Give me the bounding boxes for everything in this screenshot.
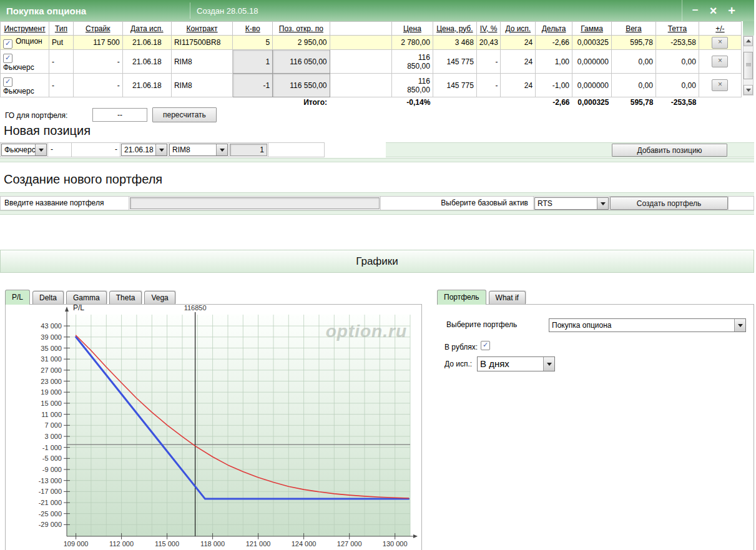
chevron-down-icon — [547, 363, 552, 366]
tab-delta[interactable]: Delta — [32, 291, 64, 304]
cell-days: 24 — [501, 74, 536, 97]
tab-gamma[interactable]: Gamma — [66, 291, 107, 304]
col-strike[interactable]: Страйк — [73, 22, 122, 36]
dropdown-button[interactable] — [216, 144, 227, 155]
totals-gamma: 0,000325 — [572, 97, 612, 107]
margin-value-field[interactable]: -- — [92, 108, 147, 122]
chevron-down-icon — [220, 149, 225, 152]
y-tick-label: 43 000 — [41, 322, 62, 330]
col-days[interactable]: До исп. — [501, 22, 536, 36]
col-theta[interactable]: Тетта — [655, 22, 699, 36]
add-icon[interactable]: + — [728, 0, 735, 21]
delete-position-button[interactable]: × — [712, 56, 728, 67]
table-scrollbar[interactable] — [743, 36, 754, 96]
col-vega[interactable]: Вега — [611, 22, 655, 36]
portfolio-select[interactable]: Покупка опциона — [549, 318, 746, 332]
row-checkbox[interactable]: ✓ — [3, 39, 12, 49]
chevron-down-icon — [159, 149, 164, 152]
settings-tabs: Портфель What if — [437, 289, 754, 304]
cell-strike: 117 500 — [73, 36, 122, 50]
col-contract[interactable]: Контракт — [171, 22, 232, 36]
delete-position-button[interactable]: × — [712, 79, 728, 91]
cell-contract: RI117500BR8 — [171, 36, 232, 50]
cell-price-rub: 145 775 — [433, 74, 476, 97]
col-qty[interactable]: К-во — [233, 22, 273, 36]
col-exp-date[interactable]: Дата исп. — [122, 22, 171, 36]
tab-portfolio[interactable]: Портфель — [437, 290, 486, 305]
open-price-input[interactable]: 116 550,00 — [273, 74, 330, 97]
scrollbar-thumb[interactable] — [744, 52, 753, 79]
table-row: ✓Фьючерс - - 21.06.18 RIM8 -1 116 550,00… — [1, 74, 742, 97]
qty-input[interactable]: -1 — [233, 74, 273, 97]
y-tick-label: 7 000 — [44, 421, 62, 429]
x-tick-label: 109 000 — [64, 540, 89, 548]
delete-position-button[interactable]: × — [712, 37, 728, 49]
instrument-label: Фьючерс — [3, 63, 34, 72]
instrument-select[interactable]: Фьючерс — [1, 144, 47, 156]
col-plusminus: +/- — [699, 22, 741, 36]
recalculate-button[interactable]: пересчитать — [152, 107, 217, 122]
portfolio-name-input[interactable] — [130, 197, 380, 209]
exp-date-select[interactable]: 21.06.18 — [121, 144, 167, 156]
y-axis-arrow-icon — [65, 307, 69, 312]
add-position-button[interactable]: Добавить позицию — [612, 144, 727, 157]
app-root: Покупка опциона Создан 28.05.18 − × + Ин… — [0, 0, 756, 550]
create-portfolio-button[interactable]: Создать портфель — [610, 197, 728, 210]
tab-vega[interactable]: Vega — [144, 291, 175, 304]
col-price-rub[interactable]: Цена, руб. — [433, 22, 476, 36]
tab-pl[interactable]: P/L — [5, 290, 30, 305]
cell-price-rub: 145 775 — [433, 50, 476, 74]
totals-empty — [699, 97, 741, 107]
open-price-input[interactable]: 116 050,00 — [273, 50, 330, 74]
cell-strike: - — [73, 74, 122, 97]
table-row: ✓Фьючерс - - 21.06.18 RIM8 1 116 050,00 … — [1, 50, 742, 74]
col-open-price[interactable]: Поз. откр. по — [273, 22, 330, 36]
instrument-select-value: Фьючерс — [2, 144, 35, 155]
row-checkbox[interactable]: ✓ — [3, 54, 12, 63]
contract-select[interactable]: RIM8 — [169, 144, 228, 156]
totals-price-pct: -0,14% — [391, 97, 433, 107]
qty-input[interactable]: 1 — [230, 144, 267, 156]
exp-date-select-value: 21.06.18 — [122, 144, 155, 155]
margin-row: ГО для портфеля: -- пересчитать — [0, 107, 754, 124]
dropdown-button[interactable] — [155, 144, 167, 155]
col-type[interactable]: Тип — [49, 22, 74, 36]
totals-empty — [476, 97, 501, 107]
col-delta[interactable]: Дельта — [536, 22, 572, 36]
x-tick-label: 124 000 — [292, 540, 317, 548]
days-select[interactable]: В днях — [477, 356, 555, 371]
minimize-icon[interactable]: − — [692, 0, 699, 21]
new-portfolio-heading: Создание нового портфеля — [4, 172, 162, 187]
dropdown-button[interactable] — [734, 319, 745, 331]
cell-open-price: 2 950,00 — [273, 36, 330, 50]
scroll-down-icon[interactable] — [744, 85, 753, 95]
y-tick-label: 3 000 — [44, 433, 62, 440]
scroll-up-icon[interactable] — [744, 36, 753, 46]
tab-theta[interactable]: Theta — [109, 291, 142, 304]
dropdown-button[interactable] — [35, 144, 46, 155]
base-asset-select[interactable]: RTS — [534, 197, 609, 210]
close-icon[interactable]: × — [710, 0, 717, 21]
rub-label: В рублях: — [444, 343, 478, 351]
chevron-down-icon — [601, 202, 606, 205]
base-asset-value: RTS — [535, 198, 597, 209]
y-tick-label: -9 000 — [42, 466, 62, 473]
rub-checkbox[interactable]: ✓ — [481, 341, 490, 350]
qty-input[interactable]: 1 — [233, 50, 273, 74]
col-iv[interactable]: IV, % — [476, 22, 501, 36]
col-price[interactable]: Цена — [391, 22, 433, 36]
cell-delta: 1,00 — [536, 50, 572, 74]
new-portfolio-row: Введите название портфеля Выберите базов… — [0, 196, 754, 210]
tab-what-if[interactable]: What if — [489, 291, 526, 304]
check-icon: ✓ — [481, 341, 489, 349]
col-gamma[interactable]: Гамма — [572, 22, 612, 36]
date-cell: 21.06.18 — [120, 142, 169, 157]
dropdown-button[interactable] — [543, 357, 554, 371]
cell-delta: -1,00 — [536, 74, 572, 97]
row-checkbox[interactable]: ✓ — [3, 77, 12, 87]
divider-strip — [0, 210, 754, 215]
settings-panel: Портфель What if Выберите портфель Покуп… — [437, 289, 754, 550]
cell-price: 116 850,00 — [391, 74, 433, 97]
dropdown-button[interactable] — [597, 198, 608, 209]
col-instrument[interactable]: Инструмент — [1, 22, 49, 36]
